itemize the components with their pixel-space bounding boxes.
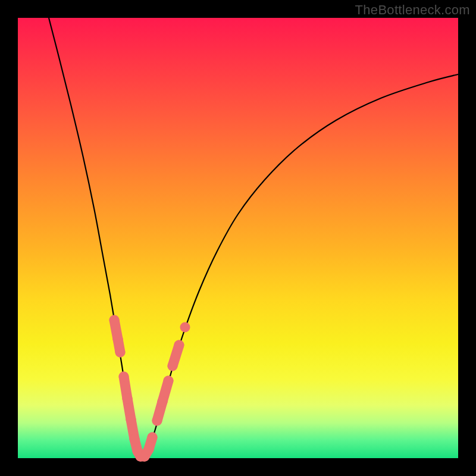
marker-dot [174,340,184,350]
chart-overlay [18,18,458,458]
marker-dot [115,347,126,358]
marker-dot [168,361,178,371]
marker-dot [152,416,162,426]
marker-dot [119,372,129,382]
marker-dot [180,322,190,333]
marker-dot [144,444,154,455]
marker-dot [109,315,120,325]
marker-dot [113,334,123,345]
marker-dot [126,415,136,425]
marker-dot [158,397,168,407]
attribution-text: TheBottleneck.com [355,2,470,18]
marker-dot [130,434,140,444]
marker-dot [148,433,158,443]
marker-dot [123,394,133,404]
marker-link-group [114,320,179,456]
marker-dot [164,376,174,386]
curve-right-branch [146,74,458,457]
